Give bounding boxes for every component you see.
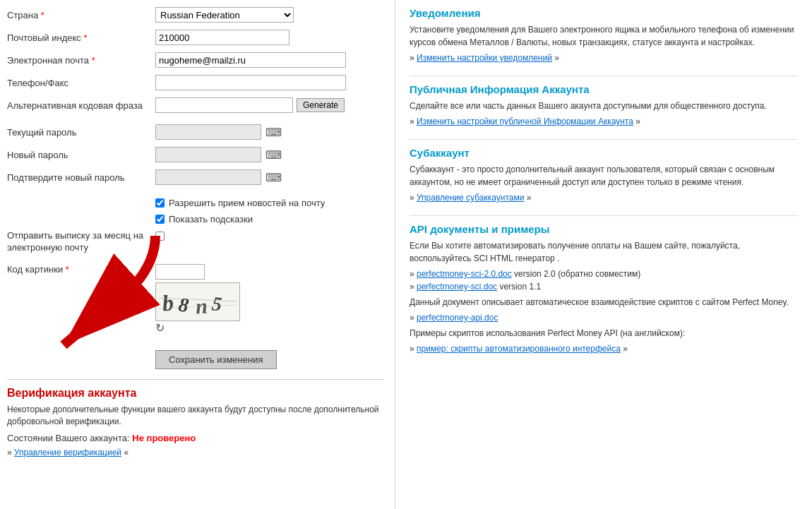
file1-suffix: version 2.0 (обратно совместим): [514, 269, 640, 279]
captcha-refresh-icon[interactable]: ↻: [155, 322, 165, 334]
subaccount-link[interactable]: Управление субаккаунтами: [417, 193, 524, 203]
newsletter-row: Разрешить прием новостей на почту: [7, 198, 384, 208]
subaccount-text: Субаккаунт - это просто дополнительный а…: [410, 163, 798, 188]
confirm-password-input[interactable]: [155, 169, 261, 185]
altcode-label: Альтернативная кодовая фраза: [7, 100, 155, 111]
svg-text:8: 8: [177, 294, 190, 317]
monthly-checkbox[interactable]: [155, 232, 165, 241]
manage-verification-link[interactable]: Управление верификацией: [14, 448, 121, 457]
example-link-row: пример: скрипты автоматизированного инте…: [410, 344, 798, 354]
hints-row: Показать подсказки: [7, 214, 384, 224]
captcha-image: b 8 n 5: [155, 282, 240, 321]
save-button[interactable]: Сохранить изменения: [155, 350, 277, 369]
altcode-row: Альтернативная кодовая фраза Generate: [7, 97, 384, 113]
email-input[interactable]: [155, 52, 346, 68]
notifications-text: Установите уведомления для Вашего электр…: [410, 23, 798, 49]
api-text2: Данный документ описывает автоматическое…: [410, 296, 798, 309]
subaccount-link-row: Управление субаккаунтами »: [410, 193, 798, 203]
country-row: Страна * Russian Federation: [7, 7, 384, 23]
country-label: Страна *: [7, 10, 155, 20]
file1-row: perfectmoney-sci-2.0.doc version 2.0 (об…: [410, 269, 798, 279]
new-password-row: Новый пароль ⌨: [7, 147, 384, 162]
public-info-text: Сделайте все или часть данных Вашего ака…: [410, 100, 798, 112]
api-section: API документы и примеры Если Вы хотите а…: [410, 223, 798, 354]
svg-text:5: 5: [211, 292, 223, 315]
postcode-label: Почтовый индекс *: [7, 32, 155, 43]
notifications-section: Уведомления Установите уведомления для В…: [410, 7, 798, 63]
notifications-link[interactable]: Изменить настройки уведомлений: [417, 53, 552, 63]
monthly-label: Отправить выписку за месяц на электронну…: [7, 230, 155, 254]
divider-3: [410, 215, 798, 216]
subaccount-title: Субаккаунт: [410, 147, 798, 159]
divider-2: [410, 139, 798, 140]
new-password-input[interactable]: [155, 147, 261, 162]
captcha-section: b 8 n 5 ↻: [155, 264, 240, 335]
phone-label: Телефон/Факс: [7, 78, 155, 88]
hints-label: Показать подсказки: [169, 214, 253, 224]
sci-html-link[interactable]: SCI HTML генератор: [474, 253, 555, 263]
public-info-title: Публичная Информация Аккаунта: [410, 83, 798, 95]
divider-1: [410, 76, 798, 76]
api-title: API документы и примеры: [410, 223, 798, 235]
right-column: Уведомления Установите уведомления для В…: [395, 0, 812, 509]
file3-row: perfectmoney-api.doc: [410, 313, 798, 323]
new-password-label: Новый пароль: [7, 150, 155, 160]
file2-suffix: version 1.1: [499, 282, 541, 292]
file1-link[interactable]: perfectmoney-sci-2.0.doc: [417, 269, 512, 279]
public-info-link[interactable]: Изменить настройки публичной Информации …: [417, 116, 633, 126]
captcha-row: Код картинки * b 8 n 5: [7, 264, 384, 335]
hints-checkbox[interactable]: [155, 215, 165, 224]
example-link[interactable]: пример: скрипты автоматизированного инте…: [417, 344, 621, 354]
captcha-svg: b 8 n 5: [159, 284, 237, 319]
public-info-link-row: Изменить настройки публичной Информации …: [410, 116, 798, 126]
svg-text:b: b: [161, 289, 174, 316]
file2-link[interactable]: perfectmoney-sci.doc: [417, 282, 497, 292]
current-password-row: Текущий пароль ⌨: [7, 124, 384, 140]
save-section: Сохранить изменения: [7, 342, 384, 369]
captcha-label: Код картинки *: [7, 264, 155, 275]
phone-row: Телефон/Факс: [7, 75, 384, 90]
phone-input[interactable]: [155, 75, 346, 90]
status-value: Не проверено: [132, 433, 196, 443]
postcode-row: Почтовый индекс *: [7, 30, 384, 45]
current-password-label: Текущий пароль: [7, 127, 155, 138]
current-password-input[interactable]: [155, 124, 261, 140]
confirm-password-row: Подтвердите новый пароль ⌨: [7, 169, 384, 185]
postcode-input[interactable]: [155, 30, 289, 45]
confirm-password-label: Подтвердите новый пароль: [7, 172, 155, 183]
newsletter-checkbox[interactable]: [155, 198, 165, 208]
country-select[interactable]: Russian Federation: [155, 7, 294, 23]
api-text1: Если Вы хотите автоматизировать получени…: [410, 239, 798, 265]
notifications-title: Уведомления: [410, 7, 798, 19]
verification-title: Верификация аккаунта: [7, 387, 384, 400]
altcode-input[interactable]: [155, 97, 293, 113]
email-label: Электронная почта *: [7, 55, 155, 66]
file2-row: perfectmoney-sci.doc version 1.1: [410, 282, 798, 292]
keyboard-icon-new[interactable]: ⌨: [265, 148, 282, 162]
captcha-input[interactable]: [155, 264, 205, 280]
keyboard-icon-current[interactable]: ⌨: [265, 126, 282, 139]
left-column: Страна * Russian Federation Почтовый инд…: [0, 0, 395, 509]
section-divider: [7, 379, 384, 380]
manage-verification-link-row: » Управление верификацией «: [7, 448, 384, 457]
verification-status: Состоянии Вашего аккаунта: Не проверено: [7, 433, 384, 443]
generate-button[interactable]: Generate: [297, 98, 345, 112]
subaccount-section: Субаккаунт Субаккаунт - это просто допол…: [410, 147, 798, 203]
email-row: Электронная почта *: [7, 52, 384, 68]
verification-section: Верификация аккаунта Некоторые дополните…: [7, 387, 384, 458]
notifications-link-row: Изменить настройки уведомлений »: [410, 53, 798, 63]
api-text3: Примеры скриптов использования Perfect M…: [410, 327, 798, 340]
file3-link[interactable]: perfectmoney-api.doc: [417, 313, 498, 323]
public-info-section: Публичная Информация Аккаунта Сделайте в…: [410, 83, 798, 126]
keyboard-icon-confirm[interactable]: ⌨: [265, 171, 282, 184]
verification-desc: Некоторые дополнительные функции вашего …: [7, 404, 384, 428]
newsletter-label: Разрешить прием новостей на почту: [169, 198, 325, 208]
monthly-row: Отправить выписку за месяц на электронну…: [7, 230, 384, 254]
